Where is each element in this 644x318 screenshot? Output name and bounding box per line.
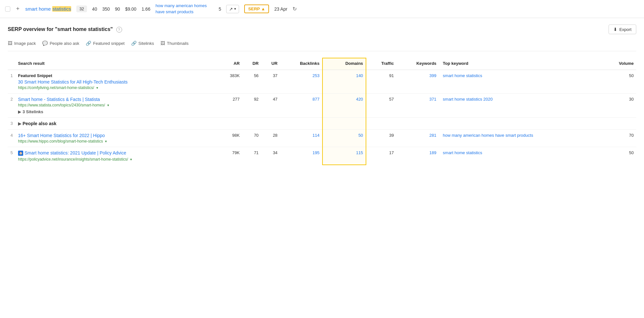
row-dr-1: 56 (242, 70, 261, 94)
thumbnails-label: Thumbnails (167, 41, 188, 46)
row-backlinks-4[interactable]: 114 (280, 130, 322, 147)
row-dr-3 (242, 118, 261, 130)
keyword-part2: statistics (52, 6, 72, 12)
stat-90: 90 (115, 6, 120, 12)
result-url-row-4: https://www.hippo.com/blog/smart-home-st… (18, 139, 214, 144)
feature-tag-sitelinks[interactable]: 🔗 Sitelinks (131, 41, 154, 46)
result-title-5[interactable]: Smart home statistics: 2021 Update | Pol… (24, 150, 126, 155)
col-traffic-header: Traffic (366, 58, 397, 70)
serp-table: Search result AR DR UR Backlinks Domains… (8, 58, 636, 165)
serp-header-row: SERP overview for "smart home statistics… (8, 25, 636, 34)
row-domains-2[interactable]: 420 (322, 94, 366, 118)
row-num-5: 5 (8, 147, 15, 165)
table-row: 5 🏠 Smart home statistics: 2021 Update |… (8, 147, 636, 165)
keyword-text: smart home statistics (25, 6, 72, 12)
people-toggle[interactable]: ▶ (18, 121, 21, 126)
result-title-1[interactable]: 30 Smart Home Statistics for All High-Te… (18, 79, 214, 84)
row-backlinks-3 (280, 118, 322, 130)
row-num-1: 1 (8, 70, 15, 94)
row-traffic-4: 39 (366, 130, 397, 147)
col-ar-header: AR (217, 58, 242, 70)
row-backlinks-2[interactable]: 877 (280, 94, 322, 118)
featuredsnippet-icon: 🔗 (86, 41, 91, 46)
row-keywords-4[interactable]: 281 (397, 130, 439, 147)
refresh-icon[interactable]: ↻ (293, 6, 297, 12)
url-arrow-4[interactable]: ▾ (105, 139, 107, 143)
col-volume-header: Volume (602, 58, 636, 70)
serp-title: SERP overview for "smart home statistics… (8, 26, 122, 33)
serp-button[interactable]: SERP ▲ (244, 5, 269, 13)
row-keywords-3 (397, 118, 439, 130)
row-domains-3 (322, 118, 366, 130)
row-backlinks-1[interactable]: 253 (280, 70, 322, 94)
result-title-2[interactable]: Smart home - Statistics & Facts | Statis… (18, 97, 214, 102)
row-topkeyword-1[interactable]: smart home statistics (439, 70, 603, 94)
feature-tag-thumbnails[interactable]: 🖼 Thumbnails (160, 41, 188, 46)
add-button[interactable]: + (15, 5, 20, 12)
result-url-2: https://www.statista.com/topics/2430/sma… (18, 103, 105, 107)
row-ar-4: 98K (217, 130, 242, 147)
url-arrow-5[interactable]: ▾ (130, 157, 132, 161)
row-backlinks-5[interactable]: 195 (280, 147, 322, 165)
row-volume-4: 70 (602, 130, 636, 147)
row-topkeyword-5[interactable]: smart home statistics (439, 147, 603, 165)
stat-price: $9.00 (125, 6, 136, 12)
badge-32: 32 (76, 5, 87, 12)
peoplealsoask-icon: 💬 (42, 41, 48, 46)
sitelinks-toggle[interactable]: ▶ (18, 109, 21, 114)
row-topkeyword-3 (439, 118, 603, 130)
row-num-4: 4 (8, 130, 15, 147)
export-button[interactable]: ⬇ Export (609, 25, 636, 34)
row-domains-4[interactable]: 50 (322, 130, 366, 147)
result-title-4[interactable]: 16+ Smart Home Statistics for 2022 | Hip… (18, 133, 214, 138)
col-dr-header: DR (242, 58, 261, 70)
serp-title-text: SERP overview for "smart home statistics… (8, 26, 114, 32)
row-topkeyword-2[interactable]: smart home statistics 2020 (439, 94, 603, 118)
row-dr-5: 71 (242, 147, 261, 165)
row-keywords-1[interactable]: 399 (397, 70, 439, 94)
row-topkeyword-4[interactable]: how many american homes have smart produ… (439, 130, 603, 147)
related-keyword[interactable]: how many american homes have smart produ… (156, 3, 214, 15)
people-label: People also ask (23, 121, 56, 126)
row-volume-1: 50 (602, 70, 636, 94)
row-ur-3 (261, 118, 280, 130)
policy-icon: 🏠 (18, 151, 23, 156)
col-domains-header: Domains (322, 58, 366, 70)
row-result-3: ▶ People also ask (15, 118, 217, 130)
row-ar-2: 277 (217, 94, 242, 118)
help-icon[interactable]: ? (116, 27, 122, 33)
featured-label: Featured Snippet (18, 73, 214, 78)
peoplealsoask-label: People also ask (50, 41, 79, 46)
row-volume-3 (602, 118, 636, 130)
stat-350: 350 (102, 6, 110, 12)
row-ur-5: 34 (261, 147, 280, 165)
result-url-1: https://comfyliving.net/smart-home-stati… (18, 85, 94, 90)
row-result-1: Featured Snippet 30 Smart Home Statistic… (15, 70, 217, 94)
row-checkbox[interactable] (5, 6, 10, 12)
row-domains-5[interactable]: 115 (322, 147, 366, 165)
result-url-row-5: https://policyadvice.net/insurance/insig… (18, 157, 214, 162)
result-title-row-5: 🏠 Smart home statistics: 2021 Update | P… (18, 150, 214, 156)
row-volume-5: 50 (602, 147, 636, 165)
url-arrow-1[interactable]: ▾ (96, 86, 98, 90)
trend-button[interactable]: ↗ ▾ (226, 5, 239, 13)
main-content: SERP overview for "smart home statistics… (0, 18, 644, 172)
sitelinks-label-text: 3 Sitelinks (23, 109, 43, 114)
row-volume-2: 30 (602, 94, 636, 118)
row-traffic-2: 57 (366, 94, 397, 118)
row-ur-2: 47 (261, 94, 280, 118)
col-backlinks-header: Backlinks (280, 58, 322, 70)
row-keywords-5[interactable]: 189 (397, 147, 439, 165)
url-arrow-2[interactable]: ▾ (107, 103, 109, 107)
table-row: 3 ▶ People also ask (8, 118, 636, 130)
sitelinks-row: ▶ 3 Sitelinks (18, 109, 214, 114)
row-result-5: 🏠 Smart home statistics: 2021 Update | P… (15, 147, 217, 165)
row-domains-1[interactable]: 140 (322, 70, 366, 94)
keyword-part1: smart home (25, 6, 52, 12)
feature-tag-peoplealsoask[interactable]: 💬 People also ask (42, 41, 79, 46)
feature-tag-imagepack[interactable]: 🖼 Image pack (8, 41, 36, 46)
feature-tag-featuredsnippet[interactable]: 🔗 Featured snippet (86, 41, 125, 46)
export-icon: ⬇ (613, 27, 617, 32)
stat-166: 1.66 (141, 6, 150, 12)
row-keywords-2[interactable]: 371 (397, 94, 439, 118)
